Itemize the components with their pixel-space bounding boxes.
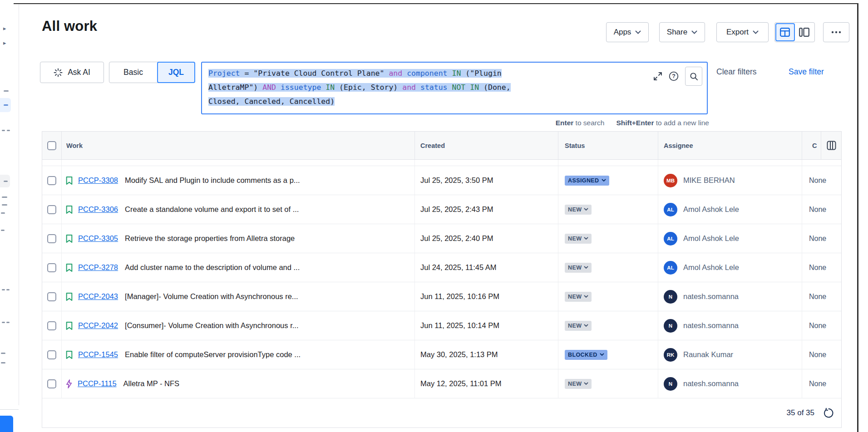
- row-checkbox[interactable]: [47, 263, 56, 272]
- issue-summary[interactable]: Create a standalone volume and export it…: [125, 205, 299, 214]
- row-checkbox[interactable]: [47, 234, 56, 243]
- assignee-avatar[interactable]: RK: [664, 348, 677, 362]
- column-header-work[interactable]: Work: [66, 142, 83, 149]
- status-badge[interactable]: NEW: [565, 292, 592, 302]
- manage-columns-button[interactable]: [821, 132, 841, 159]
- view-toggle-group: [774, 22, 815, 42]
- issue-key-link[interactable]: PCCP-3306: [78, 205, 118, 214]
- jql-mode-tab[interactable]: JQL: [157, 62, 195, 83]
- sidebar-fragment: [2, 130, 5, 131]
- sidebar-divider-line: [0, 409, 19, 410]
- syntax-help-button[interactable]: ?: [669, 71, 679, 81]
- column-header-assignee[interactable]: Assignee: [664, 142, 693, 149]
- issue-key-link[interactable]: PCCP-2043: [78, 292, 118, 301]
- status-badge[interactable]: ASSIGNED: [565, 176, 609, 186]
- row-checkbox[interactable]: [47, 176, 56, 185]
- table-view-toggle[interactable]: [775, 23, 795, 41]
- issue-key-link[interactable]: PCCP-3305: [78, 234, 118, 243]
- issue-summary[interactable]: [Consumer]- Volume Creation with Asynchr…: [125, 321, 298, 330]
- refresh-button[interactable]: [824, 408, 834, 418]
- apps-button[interactable]: Apps: [606, 22, 649, 42]
- hint-enter-text: to search: [573, 119, 604, 127]
- export-button[interactable]: Export: [716, 22, 769, 42]
- sidebar-fragment: [2, 322, 5, 323]
- status-badge[interactable]: NEW: [565, 263, 592, 273]
- more-actions-button[interactable]: [823, 22, 849, 42]
- detail-view-toggle[interactable]: [795, 23, 814, 41]
- issue-key-link[interactable]: PCCP-3278: [78, 263, 118, 272]
- share-button[interactable]: Share: [659, 22, 705, 42]
- ask-ai-button[interactable]: Ask AI: [40, 62, 104, 83]
- epic-type-icon: [65, 379, 73, 388]
- sidebar-fragment: [1, 212, 5, 214]
- status-badge[interactable]: BLOCKED: [565, 350, 607, 360]
- clear-filters-button[interactable]: Clear filters: [716, 67, 757, 77]
- assignee-avatar[interactable]: AL: [664, 261, 677, 275]
- assignee-avatar[interactable]: N: [664, 290, 677, 304]
- jql-query-input[interactable]: Project = "Private Cloud Control Plane" …: [201, 62, 708, 114]
- issue-summary[interactable]: [Manager]- Volume Creation with Asynchro…: [125, 292, 298, 301]
- status-badge[interactable]: NEW: [565, 205, 592, 215]
- issue-key-link[interactable]: PCCP-2042: [78, 321, 118, 330]
- table-row: PCCP-1545Enable filter of computeServer …: [42, 340, 841, 369]
- chevron-down-icon: [584, 266, 588, 269]
- window-top-border: [14, 3, 858, 4]
- jql-line: AlletraMP") AND issuetype IN (Epic, Stor…: [208, 80, 700, 94]
- row-checkbox[interactable]: [47, 205, 56, 214]
- story-icon: [65, 205, 73, 214]
- sidebar-fragment: [7, 130, 10, 131]
- chevron-right-icon[interactable]: ▸: [3, 25, 6, 31]
- epic-icon: [65, 379, 73, 388]
- created-date: Jul 25, 2025, 2:40 PM: [420, 234, 493, 243]
- status-badge[interactable]: NEW: [565, 234, 592, 244]
- basic-mode-tab[interactable]: Basic: [109, 68, 157, 77]
- expand-editor-button[interactable]: [653, 72, 662, 81]
- issue-key-link[interactable]: PCCP-1115: [78, 379, 117, 388]
- table-row: PCCP-3278Add cluster name to the descrip…: [42, 253, 841, 282]
- status-label: NEW: [568, 323, 582, 329]
- status-badge[interactable]: NEW: [565, 321, 592, 331]
- story-type-icon: [65, 176, 73, 185]
- column-header-truncated[interactable]: C: [812, 142, 817, 149]
- status-label: NEW: [568, 294, 582, 300]
- truncated-column-value: None: [809, 177, 826, 185]
- story-icon: [65, 350, 73, 359]
- status-badge[interactable]: NEW: [565, 379, 592, 389]
- row-checkbox[interactable]: [47, 292, 56, 301]
- column-header-created[interactable]: Created: [420, 142, 445, 149]
- assignee-avatar[interactable]: N: [664, 377, 677, 391]
- jql-query-text: Project = "Private Cloud Control Plane" …: [208, 66, 700, 108]
- issue-summary[interactable]: Alletra MP - NFS: [123, 379, 179, 388]
- sidebar-fragment: [2, 204, 7, 206]
- save-filter-button[interactable]: Save filter: [789, 67, 824, 77]
- chevron-down-icon: [584, 324, 588, 327]
- row-checkbox[interactable]: [47, 350, 56, 359]
- story-icon: [65, 321, 73, 330]
- status-label: ASSIGNED: [568, 177, 599, 184]
- chevron-down-icon: [753, 30, 759, 34]
- table-header-row: Work Created Status Assignee C: [42, 132, 841, 160]
- chevron-down-icon: [584, 208, 588, 211]
- hint-enter-key: Enter: [556, 119, 574, 127]
- help-circle-icon: ?: [669, 71, 679, 81]
- issue-key-link[interactable]: PCCP-1545: [78, 350, 118, 359]
- assignee-avatar[interactable]: AL: [664, 203, 677, 216]
- issue-summary[interactable]: Enable filter of computeServer provision…: [125, 350, 301, 359]
- row-checkbox[interactable]: [47, 321, 56, 330]
- run-search-button[interactable]: [685, 67, 702, 86]
- issue-key-link[interactable]: PCCP-3308: [78, 176, 118, 185]
- truncated-column-value: None: [809, 322, 826, 330]
- column-header-status[interactable]: Status: [565, 142, 585, 149]
- assignee-avatar[interactable]: AL: [664, 232, 677, 245]
- issue-summary[interactable]: Add cluster name to the description of v…: [125, 263, 300, 272]
- assignee-avatar[interactable]: MB: [664, 174, 677, 187]
- assignee-avatar[interactable]: N: [664, 319, 677, 333]
- issue-summary[interactable]: Modify SAL and Plugin to include comment…: [125, 176, 300, 185]
- row-checkbox[interactable]: [47, 379, 56, 388]
- select-all-checkbox[interactable]: [47, 141, 56, 150]
- expand-icon: [653, 72, 662, 81]
- page-title: All work: [42, 18, 97, 34]
- chevron-right-icon[interactable]: ▸: [3, 40, 6, 46]
- issue-summary[interactable]: Retrieve the storage properties from All…: [125, 234, 295, 243]
- truncated-column-value: None: [809, 380, 826, 388]
